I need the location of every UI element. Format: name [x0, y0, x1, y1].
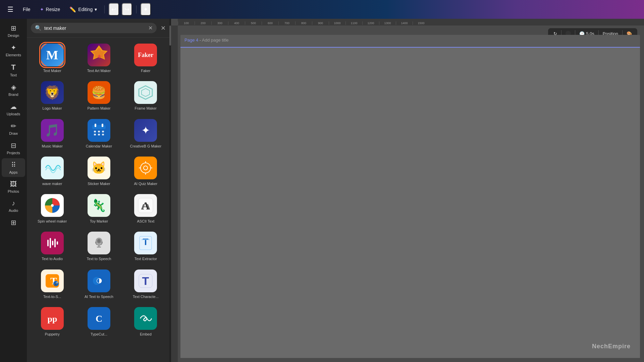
- page-canvas: Page 4 - Add page title NechEmpire: [180, 35, 488, 274]
- sidebar-label-text: Text: [10, 73, 17, 77]
- app-icon-frame-maker: [134, 81, 157, 104]
- svg-rect-7: [95, 124, 96, 127]
- app-label-creativebg: CreativeB G Maker: [130, 144, 162, 148]
- app-label-quiz-maker: AI Quiz Maker: [134, 181, 157, 186]
- sidebar-label-uploads: Uploads: [7, 112, 20, 116]
- app-item-calendar-maker[interactable]: Calendar Maker: [76, 116, 121, 152]
- art-maker-svg: ✦: [88, 44, 110, 66]
- page-label: Page 4: [184, 38, 198, 43]
- sidebar-item-projects[interactable]: ⊟ Projects: [2, 139, 25, 158]
- ruler-mark: 1400: [396, 21, 413, 25]
- sidebar-item-apps[interactable]: ⠿ Apps: [2, 158, 25, 177]
- app-item-text-to-s[interactable]: T 🎤 Text-to-S...: [30, 266, 75, 274]
- app-label-ascii-text: ASCII Text: [137, 219, 154, 224]
- sidebar-item-uploads[interactable]: ☁ Uploads: [2, 100, 25, 119]
- app-item-ai-text-speech[interactable]: ◑ AI Text to Speech: [76, 266, 121, 274]
- sidebar-item-elements[interactable]: ✦ Elements: [2, 41, 25, 60]
- sidebar-item-design[interactable]: ⊞ Design: [2, 21, 25, 40]
- page-subtitle[interactable]: Add page title: [202, 38, 229, 43]
- chevron-down-icon: ▾: [95, 7, 97, 12]
- ruler-left: [171, 25, 178, 274]
- app-label-text-to-speech: Text to Speech: [87, 256, 111, 261]
- projects-icon: ⊟: [11, 141, 16, 149]
- sidebar-item-photos[interactable]: 🖼 Photos: [2, 178, 25, 196]
- search-input-wrap[interactable]: 🔍 ✕: [31, 23, 157, 33]
- ruler-mark: 1200: [362, 21, 379, 25]
- svg-rect-10: [98, 131, 100, 132]
- draw-icon: ✏: [11, 122, 16, 130]
- sidebar-item-draw[interactable]: ✏ Draw: [2, 119, 25, 138]
- brand-icon: ◈: [11, 83, 16, 91]
- app-item-spin-wheel[interactable]: Spin wheel maker: [30, 191, 75, 227]
- app-item-text-to-audio[interactable]: Text to Audio: [30, 228, 75, 264]
- sidebar-item-brand[interactable]: ◈ Brand: [2, 80, 25, 99]
- app-icon-spin-wheel: [41, 194, 64, 217]
- toolbar-divider-2: [136, 5, 137, 13]
- app-item-sticker-maker[interactable]: 🐱 Sticker Maker: [76, 153, 121, 189]
- magic-button[interactable]: ✦: [141, 3, 151, 16]
- app-item-frame-maker[interactable]: Frame Maker: [123, 78, 168, 114]
- app-item-text-char[interactable]: T Text Characte...: [123, 266, 168, 274]
- app-item-wave-maker[interactable]: wave maker: [30, 153, 75, 189]
- ruler-top: 100 200 300 400 500 600 700 800 900 1000…: [178, 19, 488, 25]
- app-item-music-maker[interactable]: 🎵 Music Maker: [30, 116, 75, 152]
- app-item-text-art-maker[interactable]: ✦ Text Art Maker: [76, 40, 121, 76]
- app-label-wave-maker: wave maker: [42, 181, 62, 186]
- undo-button[interactable]: ↩: [109, 3, 119, 16]
- scrollbar-thumb[interactable]: [169, 25, 171, 46]
- app-label-faker: Faker: [141, 68, 150, 73]
- apps-grid: M Text Maker ✦ Text Art Maker Faker Fake…: [27, 38, 171, 274]
- sidebar-label-photos: Photos: [8, 189, 19, 193]
- app-icon-text-to-audio: [41, 232, 64, 254]
- app-item-toy-marker[interactable]: 🦎 Toy Marker: [76, 191, 121, 227]
- app-icon-text-art-maker: ✦: [88, 44, 110, 66]
- app-item-text-maker[interactable]: M Text Maker: [30, 40, 75, 76]
- file-menu[interactable]: File: [19, 5, 34, 14]
- page-content[interactable]: [180, 47, 488, 274]
- app-item-quiz-maker[interactable]: AI Quiz Maker: [123, 153, 168, 189]
- search-panel: 🔍 ✕ ✕ M Text Maker ✦ Text Art Mak: [27, 19, 171, 274]
- ruler-mark: 800: [295, 21, 312, 25]
- app-item-faker[interactable]: Faker Faker: [123, 40, 168, 76]
- ruler-mark: 1000: [329, 21, 345, 25]
- app-item-creativebg[interactable]: ✦ CreativeB G Maker: [123, 116, 168, 152]
- app-item-text-extractor[interactable]: T Text Extractor: [123, 228, 168, 264]
- ruler-mark: 500: [245, 21, 262, 25]
- sidebar-label-design: Design: [8, 34, 19, 38]
- hamburger-menu[interactable]: ☰: [4, 3, 17, 15]
- app-item-text-to-speech[interactable]: Text to Speech: [76, 228, 121, 264]
- editing-button[interactable]: ✏️ Editing ▾: [66, 4, 100, 15]
- sidebar-label-projects: Projects: [7, 151, 20, 155]
- app-label-spin-wheel: Spin wheel maker: [38, 219, 67, 224]
- app-icon-text-extractor: T: [134, 232, 157, 254]
- svg-rect-13: [98, 134, 100, 135]
- app-icon-wave-maker: [41, 157, 64, 179]
- sidebar-item-text[interactable]: T Text: [2, 60, 25, 80]
- app-label-text-to-audio: Text to Audio: [42, 256, 63, 261]
- app-icon-faker: Faker: [134, 44, 157, 66]
- sidebar-item-audio[interactable]: ♪ Audio: [2, 197, 25, 215]
- redo-button[interactable]: ↪: [122, 3, 132, 16]
- svg-rect-29: [47, 240, 49, 246]
- svg-rect-14: [102, 134, 104, 135]
- search-input[interactable]: [44, 25, 146, 31]
- panel-scrollbar[interactable]: [169, 19, 171, 274]
- clear-search-button[interactable]: ✕: [148, 25, 153, 31]
- app-label-text-art-maker: Text Art Maker: [87, 68, 111, 73]
- ruler-mark: 1500: [413, 21, 429, 25]
- app-label-frame-maker: Frame Maker: [135, 106, 157, 111]
- app-item-ascii-text[interactable]: A ASCII Text: [123, 191, 168, 227]
- resize-button[interactable]: ✦ Resize: [37, 5, 64, 14]
- app-item-logo-maker[interactable]: 🦁 Logo Maker: [30, 78, 75, 114]
- ruler-marks: 100 200 300 400 500 600 700 800 900 1000…: [178, 19, 429, 25]
- svg-point-23: [51, 204, 54, 207]
- close-panel-button[interactable]: ✕: [159, 23, 167, 33]
- ruler-mark: 1300: [379, 21, 396, 25]
- sidebar-item-textures[interactable]: ⊞: [2, 216, 25, 229]
- ruler-mark: 600: [262, 21, 278, 25]
- app-label-toy-marker: Toy Marker: [90, 219, 108, 224]
- svg-rect-35: [97, 239, 101, 243]
- app-icon-toy-marker: 🦎: [88, 194, 110, 217]
- app-item-pattern-maker[interactable]: 🍔 Pattern Maker: [76, 78, 121, 114]
- ruler-mark: 300: [211, 21, 228, 25]
